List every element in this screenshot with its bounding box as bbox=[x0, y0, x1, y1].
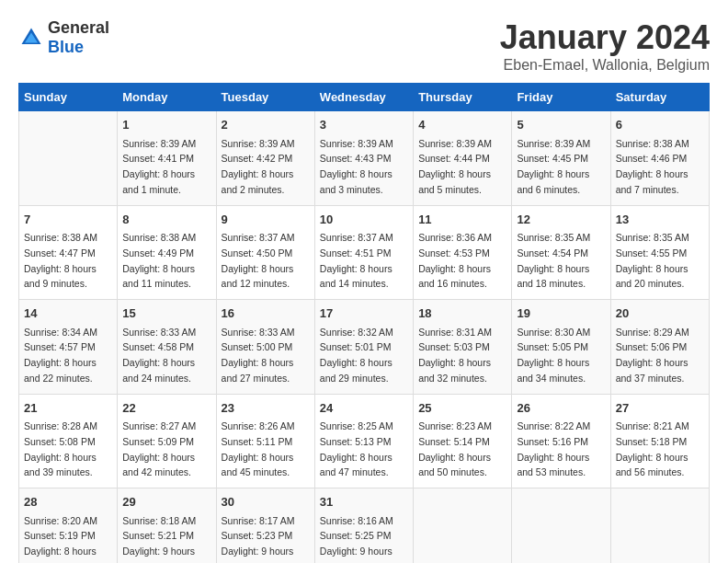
daylight-text: Daylight: 8 hours and 24 minutes. bbox=[122, 357, 195, 384]
week-row: 7 Sunrise: 8:38 AM Sunset: 4:47 PM Dayli… bbox=[19, 205, 710, 300]
daylight-text: Daylight: 8 hours and 59 minutes. bbox=[24, 546, 97, 563]
calendar-cell: 5 Sunrise: 8:39 AM Sunset: 4:45 PM Dayli… bbox=[512, 111, 610, 206]
sunrise-text: Sunrise: 8:22 AM bbox=[517, 420, 590, 431]
day-number: 23 bbox=[222, 399, 310, 418]
day-number: 10 bbox=[320, 211, 408, 229]
day-number: 2 bbox=[222, 116, 310, 134]
day-number: 31 bbox=[320, 493, 408, 511]
day-number: 15 bbox=[122, 304, 210, 323]
calendar-cell: 12 Sunrise: 8:35 AM Sunset: 4:54 PM Dayl… bbox=[512, 205, 610, 300]
day-number: 13 bbox=[616, 211, 704, 229]
daylight-text: Daylight: 8 hours and 29 minutes. bbox=[320, 357, 392, 384]
sunset-text: Sunset: 5:00 PM bbox=[222, 341, 293, 352]
calendar-cell: 1 Sunrise: 8:39 AM Sunset: 4:41 PM Dayli… bbox=[118, 111, 216, 206]
day-header: Saturday bbox=[610, 84, 709, 111]
daylight-text: Daylight: 8 hours and 47 minutes. bbox=[320, 452, 392, 478]
calendar-cell: 21 Sunrise: 8:28 AM Sunset: 5:08 PM Dayl… bbox=[19, 394, 118, 488]
daylight-text: Daylight: 9 hours and 5 minutes. bbox=[222, 546, 294, 563]
day-number: 30 bbox=[222, 493, 310, 511]
sunrise-text: Sunrise: 8:20 AM bbox=[24, 515, 97, 526]
day-number: 18 bbox=[418, 304, 506, 323]
day-number: 26 bbox=[517, 399, 605, 418]
sunrise-text: Sunrise: 8:21 AM bbox=[616, 420, 689, 431]
calendar-cell: 2 Sunrise: 8:39 AM Sunset: 4:42 PM Dayli… bbox=[216, 111, 314, 206]
calendar-cell: 27 Sunrise: 8:21 AM Sunset: 5:18 PM Dayl… bbox=[610, 394, 709, 488]
sunset-text: Sunset: 5:13 PM bbox=[320, 436, 392, 447]
sunrise-text: Sunrise: 8:36 AM bbox=[418, 232, 492, 243]
calendar-cell: 28 Sunrise: 8:20 AM Sunset: 5:19 PM Dayl… bbox=[19, 488, 118, 564]
day-number: 25 bbox=[418, 399, 506, 418]
sunset-text: Sunset: 4:53 PM bbox=[418, 247, 490, 259]
sunset-text: Sunset: 4:49 PM bbox=[122, 247, 194, 259]
sunrise-text: Sunrise: 8:34 AM bbox=[24, 327, 97, 338]
calendar-cell: 3 Sunrise: 8:39 AM Sunset: 4:43 PM Dayli… bbox=[314, 111, 413, 206]
calendar-cell: 23 Sunrise: 8:26 AM Sunset: 5:11 PM Dayl… bbox=[216, 394, 314, 488]
week-row: 28 Sunrise: 8:20 AM Sunset: 5:19 PM Dayl… bbox=[19, 488, 710, 564]
sunrise-text: Sunrise: 8:39 AM bbox=[418, 138, 492, 149]
calendar-table: SundayMondayTuesdayWednesdayThursdayFrid… bbox=[18, 83, 710, 563]
sunset-text: Sunset: 5:19 PM bbox=[24, 530, 96, 541]
logo-text: General Blue bbox=[48, 18, 109, 57]
logo-general: General bbox=[48, 18, 109, 37]
calendar-cell: 17 Sunrise: 8:32 AM Sunset: 5:01 PM Dayl… bbox=[314, 300, 413, 395]
sunrise-text: Sunrise: 8:28 AM bbox=[24, 420, 97, 431]
day-number: 1 bbox=[122, 116, 210, 134]
calendar-cell: 25 Sunrise: 8:23 AM Sunset: 5:14 PM Dayl… bbox=[414, 394, 512, 488]
sunrise-text: Sunrise: 8:33 AM bbox=[122, 327, 196, 338]
sunset-text: Sunset: 4:47 PM bbox=[24, 247, 96, 259]
title-area: January 2024 Eben-Emael, Wallonia, Belgi… bbox=[500, 18, 710, 74]
day-header: Sunday bbox=[19, 84, 118, 111]
calendar-cell: 4 Sunrise: 8:39 AM Sunset: 4:44 PM Dayli… bbox=[414, 111, 512, 206]
calendar-cell: 8 Sunrise: 8:38 AM Sunset: 4:49 PM Dayli… bbox=[118, 205, 216, 300]
calendar-cell: 24 Sunrise: 8:25 AM Sunset: 5:13 PM Dayl… bbox=[314, 394, 413, 488]
daylight-text: Daylight: 8 hours and 16 minutes. bbox=[418, 263, 491, 290]
sunset-text: Sunset: 4:58 PM bbox=[122, 341, 194, 352]
day-number: 8 bbox=[122, 211, 210, 229]
sunset-text: Sunset: 4:51 PM bbox=[320, 247, 392, 259]
daylight-text: Daylight: 8 hours and 27 minutes. bbox=[222, 357, 294, 384]
calendar-cell: 19 Sunrise: 8:30 AM Sunset: 5:05 PM Dayl… bbox=[512, 300, 610, 395]
daylight-text: Daylight: 8 hours and 50 minutes. bbox=[418, 452, 491, 478]
day-number: 14 bbox=[24, 304, 112, 323]
sunset-text: Sunset: 4:41 PM bbox=[122, 153, 194, 164]
sunrise-text: Sunrise: 8:39 AM bbox=[320, 138, 393, 149]
daylight-text: Daylight: 8 hours and 39 minutes. bbox=[24, 452, 97, 478]
calendar-cell: 31 Sunrise: 8:16 AM Sunset: 5:25 PM Dayl… bbox=[314, 488, 413, 564]
day-header: Wednesday bbox=[314, 84, 413, 111]
day-header: Monday bbox=[118, 84, 216, 111]
sunset-text: Sunset: 4:54 PM bbox=[517, 247, 588, 259]
day-number: 20 bbox=[616, 304, 704, 323]
header-row: SundayMondayTuesdayWednesdayThursdayFrid… bbox=[19, 84, 710, 111]
day-header: Tuesday bbox=[216, 84, 314, 111]
daylight-text: Daylight: 8 hours and 3 minutes. bbox=[320, 168, 392, 195]
calendar-cell: 26 Sunrise: 8:22 AM Sunset: 5:16 PM Dayl… bbox=[512, 394, 610, 488]
sunrise-text: Sunrise: 8:38 AM bbox=[24, 232, 97, 243]
daylight-text: Daylight: 8 hours and 12 minutes. bbox=[222, 263, 294, 290]
daylight-text: Daylight: 8 hours and 34 minutes. bbox=[517, 357, 589, 384]
day-number: 4 bbox=[418, 116, 506, 134]
week-row: 1 Sunrise: 8:39 AM Sunset: 4:41 PM Dayli… bbox=[19, 111, 710, 206]
sunset-text: Sunset: 4:43 PM bbox=[320, 153, 392, 164]
day-header: Friday bbox=[512, 84, 610, 111]
logo-blue: Blue bbox=[48, 38, 84, 56]
day-number: 24 bbox=[320, 399, 408, 418]
day-number: 28 bbox=[24, 493, 112, 511]
day-header: Thursday bbox=[414, 84, 512, 111]
sunset-text: Sunset: 4:57 PM bbox=[24, 341, 96, 352]
sunrise-text: Sunrise: 8:32 AM bbox=[320, 327, 393, 338]
sunset-text: Sunset: 5:09 PM bbox=[122, 436, 194, 447]
sunset-text: Sunset: 5:18 PM bbox=[616, 436, 688, 447]
sunset-text: Sunset: 5:21 PM bbox=[122, 530, 194, 541]
daylight-text: Daylight: 8 hours and 56 minutes. bbox=[616, 452, 688, 478]
day-number: 7 bbox=[24, 211, 112, 229]
sunset-text: Sunset: 4:50 PM bbox=[222, 247, 293, 259]
sunrise-text: Sunrise: 8:35 AM bbox=[517, 232, 590, 243]
sunrise-text: Sunrise: 8:18 AM bbox=[122, 515, 196, 526]
day-number: 21 bbox=[24, 399, 112, 418]
sunrise-text: Sunrise: 8:30 AM bbox=[517, 327, 590, 338]
sunset-text: Sunset: 4:45 PM bbox=[517, 153, 588, 164]
sunset-text: Sunset: 5:05 PM bbox=[517, 341, 588, 352]
calendar-cell: 30 Sunrise: 8:17 AM Sunset: 5:23 PM Dayl… bbox=[216, 488, 314, 564]
calendar-cell: 6 Sunrise: 8:38 AM Sunset: 4:46 PM Dayli… bbox=[610, 111, 709, 206]
sunrise-text: Sunrise: 8:27 AM bbox=[122, 420, 196, 431]
